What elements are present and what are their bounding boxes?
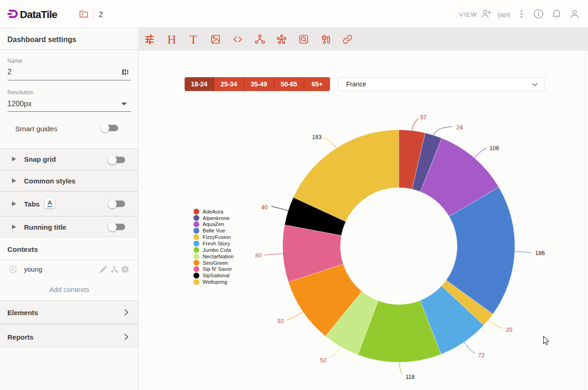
svg-text:AdeAura: AdeAura [203, 209, 223, 214]
svg-text:FizzyFusion: FizzyFusion [203, 234, 231, 240]
svg-text:Fresh Story: Fresh Story [203, 241, 230, 246]
svg-text:{api}: {api} [498, 11, 510, 18]
svg-text:T: T [190, 34, 197, 45]
svg-text:Alpenkrone: Alpenkrone [203, 215, 229, 221]
svg-text:Sip N' Savor: Sip N' Savor [203, 266, 232, 272]
svg-text:186: 186 [535, 250, 545, 256]
svg-text:52: 52 [320, 357, 327, 364]
svg-text:Wellspring: Wellspring [203, 279, 227, 285]
svg-text:40: 40 [261, 204, 268, 211]
svg-text:92: 92 [277, 318, 284, 324]
svg-text:Jumbo Cola: Jumbo Cola [203, 247, 231, 253]
svg-text:AquaZen: AquaZen [203, 221, 224, 227]
svg-text:80: 80 [255, 252, 262, 259]
svg-text:SipSational: SipSational [203, 273, 229, 278]
svg-text:37: 37 [420, 114, 426, 121]
svg-text:NectarNation: NectarNation [203, 254, 234, 259]
svg-text:118: 118 [406, 374, 415, 380]
svg-text:24: 24 [456, 124, 463, 131]
svg-text:183: 183 [312, 134, 322, 140]
svg-text:Belle Vue: Belle Vue [203, 228, 225, 233]
svg-text:106: 106 [490, 145, 499, 152]
svg-text:H: H [168, 34, 176, 45]
svg-text:SinoGreen: SinoGreen [203, 260, 228, 266]
svg-text:20: 20 [506, 327, 512, 333]
svg-text:72: 72 [478, 352, 485, 359]
